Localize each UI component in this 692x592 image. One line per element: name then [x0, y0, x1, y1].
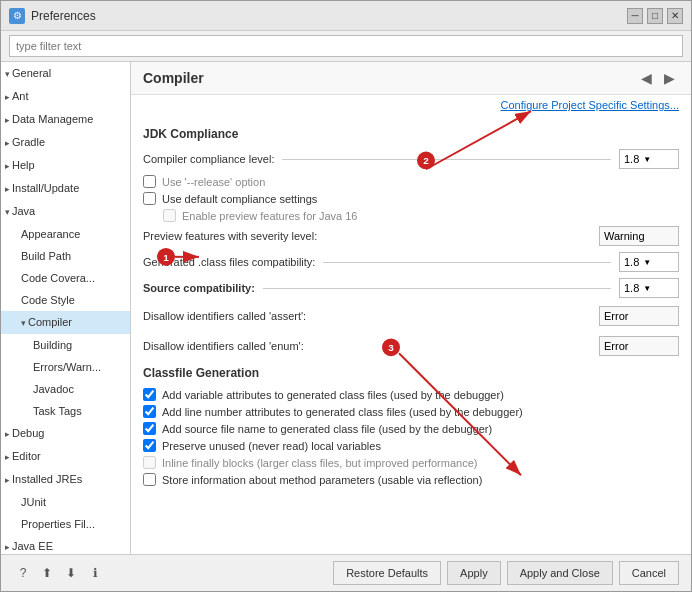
use-default-checkbox[interactable] [143, 192, 156, 205]
compliance-dropdown-arrow: ▼ [643, 155, 651, 164]
sidebar-item-java[interactable]: ▾Java [1, 200, 130, 223]
expand-arrow: ▸ [5, 111, 10, 129]
generated-compat-line [323, 262, 611, 263]
minimize-button[interactable]: ─ [627, 8, 643, 24]
classfile-checkbox-5[interactable] [143, 473, 156, 486]
cancel-button[interactable]: Cancel [619, 561, 679, 585]
compliance-dropdown[interactable]: 1.8 ▼ [619, 149, 679, 169]
sidebar-item-task-tags[interactable]: Task Tags [1, 400, 130, 422]
import-icon[interactable]: ⬇ [61, 563, 81, 583]
compliance-row: Compiler compliance level: 1.8 ▼ [143, 149, 679, 169]
info-icon[interactable]: ℹ [85, 563, 105, 583]
close-button[interactable]: ✕ [667, 8, 683, 24]
panel-title: Compiler [143, 70, 204, 86]
export-icon[interactable]: ⬆ [37, 563, 57, 583]
sidebar-item-code-coverage[interactable]: Code Covera... [1, 267, 130, 289]
generated-compat-dropdown[interactable]: 1.8 ▼ [619, 252, 679, 272]
source-compat-label: Source compatibility: [143, 282, 255, 294]
preview-severity-dropdown[interactable]: Warning [599, 226, 679, 246]
apply-and-close-button[interactable]: Apply and Close [507, 561, 613, 585]
disallow-enum-label: Disallow identifiers called 'enum': [143, 340, 599, 352]
sidebar-item-install-update[interactable]: ▸Install/Update [1, 177, 130, 200]
sidebar-item-appearance[interactable]: Appearance [1, 223, 130, 245]
maximize-button[interactable]: □ [647, 8, 663, 24]
use-default-row: Use default compliance settings [143, 192, 679, 205]
panel-content: JDK Compliance Compiler compliance level… [131, 115, 691, 554]
preview-severity-row: Preview features with severity level: Wa… [143, 226, 679, 246]
sidebar-item-ant[interactable]: ▸Ant [1, 85, 130, 108]
classfile-label-5: Store information about method parameter… [162, 474, 482, 486]
panel-header: Compiler ◀ ▶ [131, 62, 691, 95]
source-compat-row: Source compatibility: 1.8 ▼ [143, 278, 679, 298]
window-icon: ⚙ [9, 8, 25, 24]
sidebar-item-gradle[interactable]: ▸Gradle [1, 131, 130, 154]
sidebar-item-compiler[interactable]: ▾Compiler [1, 311, 130, 334]
sidebar-item-code-style[interactable]: Code Style [1, 289, 130, 311]
classfile-label-1: Add line number attributes to generated … [162, 406, 523, 418]
sidebar-item-properties-files[interactable]: Properties Fil... [1, 513, 130, 535]
sidebar-item-label: Properties Fil... [21, 518, 95, 530]
sidebar-item-build-path[interactable]: Build Path [1, 245, 130, 267]
filter-input[interactable] [9, 35, 683, 57]
classfile-checkbox-4[interactable] [143, 456, 156, 469]
help-icon[interactable]: ? [13, 563, 33, 583]
sidebar-item-editor[interactable]: ▸Editor [1, 445, 130, 468]
content-area: ▾General▸Ant▸Data Manageme▸Gradle▸Help▸I… [1, 31, 691, 591]
sidebar-item-label: Javadoc [33, 383, 74, 395]
disallow-enum-dropdown[interactable]: Error [599, 336, 679, 356]
restore-defaults-button[interactable]: Restore Defaults [333, 561, 441, 585]
sidebar-item-help[interactable]: ▸Help [1, 154, 130, 177]
classfile-section: Classfile Generation Add variable attrib… [143, 366, 679, 486]
classfile-item-row: Add variable attributes to generated cla… [143, 388, 679, 401]
classfile-checkbox-3[interactable] [143, 439, 156, 452]
disallow-enum-row: Disallow identifiers called 'enum': Erro… [143, 334, 679, 358]
sidebar-item-junit[interactable]: JUnit [1, 491, 130, 513]
classfile-checkbox-1[interactable] [143, 405, 156, 418]
sidebar-item-label: Compiler [28, 316, 72, 328]
classfile-checkbox-2[interactable] [143, 422, 156, 435]
sidebar-item-label: Code Style [21, 294, 75, 306]
sidebar-item-label: Errors/Warn... [33, 361, 101, 373]
sidebar-item-javadoc[interactable]: Javadoc [1, 378, 130, 400]
jdk-compliance-section: JDK Compliance [143, 127, 679, 141]
classfile-item-row: Inline finally blocks (larger class file… [143, 456, 679, 469]
bottom-bar: ? ⬆ ⬇ ℹ Restore Defaults Apply Apply and… [1, 554, 691, 591]
compiler-panel: Compiler ◀ ▶ Configure Project Specific … [131, 62, 691, 554]
window-title: Preferences [31, 9, 627, 23]
compliance-line [282, 159, 611, 160]
disallow-assert-dropdown[interactable]: Error [599, 306, 679, 326]
sidebar: ▾General▸Ant▸Data Manageme▸Gradle▸Help▸I… [1, 62, 131, 554]
sidebar-item-installed-jres[interactable]: ▸Installed JREs [1, 468, 130, 491]
sidebar-item-label: Appearance [21, 228, 80, 240]
main-panel: Compiler ◀ ▶ Configure Project Specific … [131, 62, 691, 554]
classfile-checkbox-0[interactable] [143, 388, 156, 401]
config-project-link[interactable]: Configure Project Specific Settings... [131, 95, 691, 115]
sidebar-item-java-ee[interactable]: ▸Java EE [1, 535, 130, 554]
sidebar-item-label: General [12, 67, 51, 79]
sidebar-item-debug[interactable]: ▸Debug [1, 422, 130, 445]
enable-preview-checkbox[interactable] [163, 209, 176, 222]
classfile-label-4: Inline finally blocks (larger class file… [162, 457, 477, 469]
gen-compat-dropdown-arrow: ▼ [643, 258, 651, 267]
generated-compat-label: Generated .class files compatibility: [143, 256, 315, 268]
expand-arrow: ▾ [5, 65, 10, 83]
use-release-checkbox[interactable] [143, 175, 156, 188]
disallow-assert-row: Disallow identifiers called 'assert': Er… [143, 304, 679, 328]
apply-button[interactable]: Apply [447, 561, 501, 585]
sidebar-item-general[interactable]: ▾General [1, 62, 130, 85]
sidebar-item-building[interactable]: Building [1, 334, 130, 356]
sidebar-item-label: JUnit [21, 496, 46, 508]
source-compat-dropdown[interactable]: 1.8 ▼ [619, 278, 679, 298]
expand-arrow: ▸ [5, 425, 10, 443]
sidebar-item-label: Editor [12, 450, 41, 462]
sidebar-item-label: Java [12, 205, 35, 217]
sidebar-item-label: Code Covera... [21, 272, 95, 284]
sidebar-item-label: Building [33, 339, 72, 351]
back-button[interactable]: ◀ [637, 68, 656, 88]
classfile-item-row: Preserve unused (never read) local varia… [143, 439, 679, 452]
source-compat-line [263, 288, 611, 289]
sidebar-item-data-mgmt[interactable]: ▸Data Manageme [1, 108, 130, 131]
sidebar-item-errors-warn[interactable]: Errors/Warn... [1, 356, 130, 378]
expand-arrow: ▸ [5, 134, 10, 152]
forward-button[interactable]: ▶ [660, 68, 679, 88]
